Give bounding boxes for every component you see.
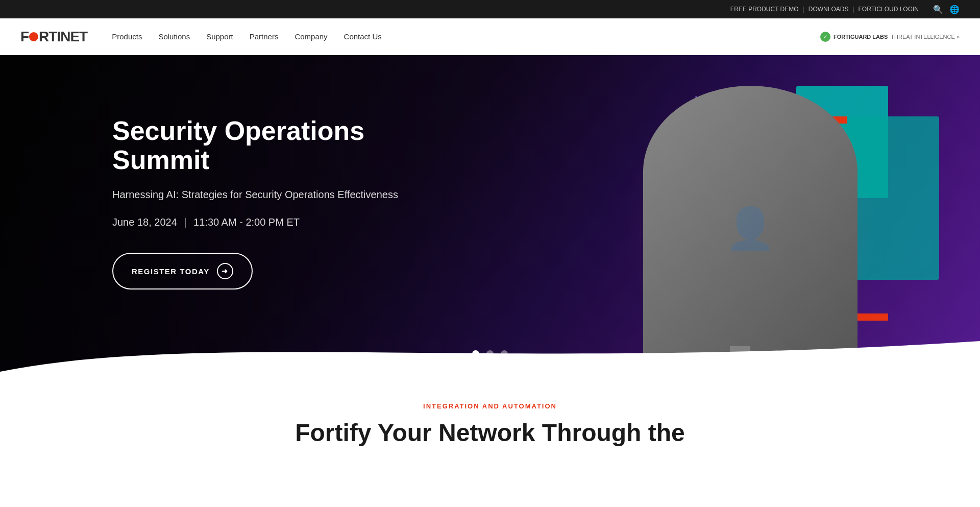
threat-intelligence-text: THREAT INTELLIGENCE » — [891, 34, 960, 40]
slide-dots — [472, 350, 508, 357]
separator-2: | — [852, 6, 854, 13]
hero-subtitle: Harnessing AI: Strategies for Security O… — [112, 187, 459, 202]
hero-content: Security Operations Summit Harnessing AI… — [112, 116, 459, 289]
forticloud-link[interactable]: FORTICLOUD LOGIN — [859, 6, 919, 13]
nav-solutions[interactable]: Solutions — [158, 32, 190, 41]
person-silhouette: 👤 — [643, 86, 857, 372]
shield-icon: ✓ — [820, 32, 830, 42]
logo[interactable]: FRTINET — [20, 29, 87, 45]
free-demo-link[interactable]: FREE PRODUCT DEMO — [730, 6, 799, 13]
hero-person-image: 👤 — [623, 76, 878, 372]
hero-title: Security Operations Summit — [112, 116, 459, 175]
section-title: Fortify Your Network Through the — [20, 418, 960, 448]
slide-dot-1[interactable] — [472, 350, 479, 357]
separator-1: | — [803, 6, 804, 13]
hero-time-value: 11:30 AM - 2:00 PM ET — [193, 216, 300, 228]
below-hero-section: INTEGRATION AND AUTOMATION Fortify Your … — [0, 372, 980, 468]
hero-date-value: June 18, 2024 — [112, 216, 177, 228]
date-separator: | — [184, 216, 189, 228]
register-button[interactable]: REGISTER TODAY ➜ — [112, 253, 253, 289]
logo-dot — [29, 32, 38, 41]
nav-right: ✓ FORTIGUARD LABS THREAT INTELLIGENCE » — [820, 32, 960, 42]
main-nav: FRTINET Products Solutions Support Partn… — [0, 18, 980, 55]
nav-partners[interactable]: Partners — [250, 32, 279, 41]
slide-dot-2[interactable] — [486, 350, 494, 357]
hero-date: June 18, 2024 | 11:30 AM - 2:00 PM ET — [112, 216, 459, 228]
register-button-label: REGISTER TODAY — [132, 267, 210, 276]
nav-products[interactable]: Products — [112, 32, 142, 41]
nav-company[interactable]: Company — [295, 32, 327, 41]
downloads-link[interactable]: DOWNLOADS — [808, 6, 849, 13]
top-bar-icons: 🔍 🌐 — [933, 5, 960, 14]
globe-icon[interactable]: 🌐 — [949, 5, 960, 14]
slide-dot-3[interactable] — [501, 350, 508, 357]
hero-section: 👤 Security Operations Summit Harnessing … — [0, 55, 980, 372]
person-placeholder: 👤 — [643, 86, 857, 372]
nav-links: Products Solutions Support Partners Comp… — [112, 32, 820, 41]
nav-support[interactable]: Support — [206, 32, 233, 41]
register-arrow-icon: ➜ — [217, 263, 233, 279]
fortiguard-badge[interactable]: ✓ FORTIGUARD LABS THREAT INTELLIGENCE » — [820, 32, 960, 42]
top-bar-links: FREE PRODUCT DEMO | DOWNLOADS | FORTICLO… — [730, 6, 919, 13]
top-bar: FREE PRODUCT DEMO | DOWNLOADS | FORTICLO… — [0, 0, 980, 18]
nav-contact[interactable]: Contact Us — [344, 32, 382, 41]
search-icon[interactable]: 🔍 — [933, 5, 943, 14]
section-tag: INTEGRATION AND AUTOMATION — [20, 402, 960, 410]
fortiguard-label: FORTIGUARD LABS — [834, 34, 888, 40]
logo-text: FRTINET — [20, 29, 87, 45]
